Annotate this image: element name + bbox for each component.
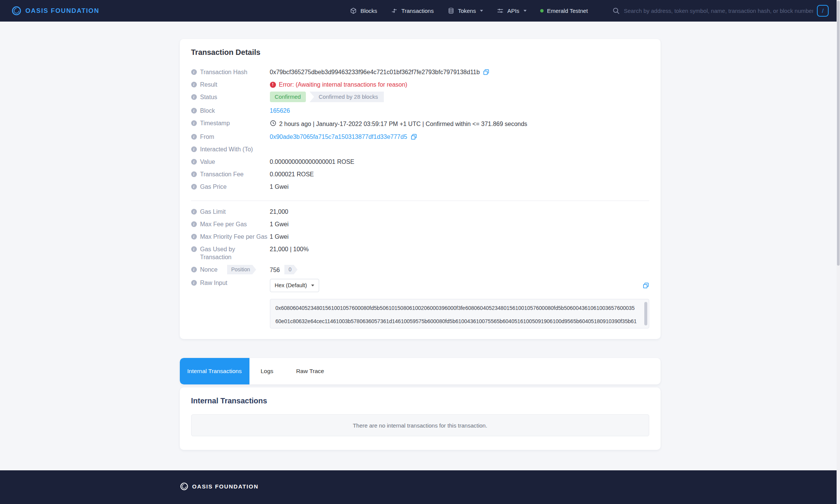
coins-icon — [447, 7, 455, 14]
tab-internal-transactions[interactable]: Internal Transactions — [180, 358, 249, 384]
row-label: Transaction Fee — [200, 170, 246, 178]
transaction-hash-value: 0x79bcf365275dbeb3d99463233f96e4c721c01b… — [270, 68, 480, 76]
gas-used-value: 21,000 | 100% — [270, 245, 649, 253]
info-icon[interactable]: i — [191, 146, 197, 152]
row-status: i Status Confirmed Confirmed by 28 block… — [191, 93, 649, 102]
raw-input-encoding-value: Hex (Default) — [275, 282, 307, 289]
from-address-link[interactable]: 0x90ade3b7065fa715c7a150313877df1d33e777… — [270, 133, 407, 141]
brand-logo[interactable]: OASIS FOUNDATION — [11, 6, 99, 16]
nav-item-network[interactable]: Emerald Testnet — [540, 8, 588, 14]
row-label: Interacted With (To) — [200, 145, 256, 153]
info-icon[interactable]: i — [191, 234, 197, 240]
error-icon: ! — [270, 82, 276, 88]
row-transaction-fee: i Transaction Fee 0.000021 ROSE — [191, 170, 649, 178]
info-icon[interactable]: i — [191, 267, 197, 272]
info-icon[interactable]: i — [191, 69, 197, 75]
row-gas-limit: i Gas Limit 21,000 — [191, 208, 649, 216]
nav-item-transactions[interactable]: Transactions — [391, 7, 433, 14]
row-label: Max Priority Fee per Gas — [200, 233, 270, 241]
result-error-text: Error: (Awaiting internal transactions f… — [279, 81, 407, 89]
clock-icon — [270, 120, 276, 128]
raw-input-encoding-select[interactable]: Hex (Default) — [270, 279, 319, 292]
tab-logs[interactable]: Logs — [249, 358, 285, 384]
footer-brand-logo[interactable]: OASIS FOUNDATION — [180, 482, 661, 491]
copy-from-address-button[interactable] — [411, 134, 417, 140]
info-icon[interactable]: i — [191, 209, 197, 215]
search-shortcut-key: / — [817, 5, 829, 17]
row-label: Nonce — [200, 266, 220, 274]
nav-item-label: Transactions — [401, 8, 433, 14]
row-label: Gas Price — [200, 183, 229, 191]
copy-raw-input-button[interactable] — [643, 282, 649, 289]
page-footer: OASIS FOUNDATION — [0, 470, 840, 504]
row-label: Value — [200, 158, 218, 166]
search-icon — [612, 7, 620, 15]
tab-raw-trace[interactable]: Raw Trace — [285, 358, 335, 384]
nav-item-blocks[interactable]: Blocks — [350, 7, 377, 14]
cube-icon — [350, 7, 357, 14]
chevron-down-icon — [524, 10, 527, 12]
row-label: Gas Limit — [200, 208, 228, 216]
sliders-icon — [497, 7, 504, 14]
position-value-badge: 0 — [284, 265, 298, 274]
page-title: Transaction Details — [191, 48, 649, 57]
network-status-dot — [540, 9, 544, 12]
row-result: i Result ! Error: (Awaiting internal tra… — [191, 81, 649, 89]
transaction-fee-value: 0.000021 ROSE — [270, 170, 649, 178]
info-icon[interactable]: i — [191, 82, 197, 87]
nav-item-apis[interactable]: APIs — [497, 7, 527, 14]
page-content: Transaction Details i Transaction Hash 0… — [180, 39, 661, 450]
copy-icon — [483, 69, 489, 75]
raw-input-scrollbar[interactable] — [644, 302, 647, 325]
row-label: Gas Used by Transaction — [200, 245, 270, 261]
copy-icon — [411, 134, 417, 140]
gas-limit-value: 21,000 — [270, 208, 649, 216]
nav-item-label: APIs — [507, 8, 519, 14]
info-icon[interactable]: i — [191, 159, 197, 165]
info-icon[interactable]: i — [191, 184, 197, 190]
copy-icon — [643, 282, 649, 289]
raw-input-textarea[interactable]: 0x608060405234801561001057600080fd5b5061… — [270, 299, 649, 328]
info-icon[interactable]: i — [191, 120, 197, 126]
copy-hash-button[interactable] — [483, 69, 489, 75]
row-label: Block — [200, 107, 217, 115]
raw-input-data: 0x608060405234801561001057600080fd5b5061… — [276, 305, 637, 328]
timestamp-value: 2 hours ago | January-17-2022 03:59:17 P… — [279, 120, 527, 128]
block-number-link[interactable]: 165626 — [270, 107, 290, 115]
transaction-details-card: Transaction Details i Transaction Hash 0… — [180, 39, 661, 339]
nav-item-label: Tokens — [458, 8, 476, 14]
gas-price-value: 1 Gwei — [270, 183, 649, 191]
chevron-down-icon — [311, 285, 314, 286]
search-input[interactable] — [624, 8, 813, 14]
info-icon[interactable]: i — [191, 134, 197, 140]
nav-item-label: Emerald Testnet — [547, 8, 588, 14]
value-amount: 0.000000000000000001 ROSE — [270, 158, 649, 166]
search-bar: / — [612, 5, 829, 17]
row-transaction-hash: i Transaction Hash 0x79bcf365275dbeb3d99… — [191, 68, 649, 76]
nav-item-tokens[interactable]: Tokens — [447, 7, 483, 14]
row-gas-used: i Gas Used by Transaction 21,000 | 100% — [191, 245, 649, 261]
page-scrollbar-track — [837, 0, 840, 504]
max-priority-fee-value: 1 Gwei — [270, 233, 649, 241]
row-max-fee: i Max Fee per Gas 1 Gwei — [191, 220, 649, 228]
exchange-arrows-icon — [391, 7, 398, 14]
info-icon[interactable]: i — [191, 108, 197, 114]
info-icon[interactable]: i — [191, 221, 197, 227]
page-scrollbar-thumb[interactable] — [837, 1, 840, 266]
row-nonce: i Nonce Position 756 0 — [191, 266, 649, 274]
info-icon[interactable]: i — [191, 246, 197, 252]
oasis-logo-icon — [11, 6, 22, 16]
chevron-down-icon — [480, 10, 483, 12]
brand-name: OASIS FOUNDATION — [25, 7, 99, 15]
row-value: i Value 0.000000000000000001 ROSE — [191, 158, 649, 166]
info-icon[interactable]: i — [191, 280, 197, 286]
info-icon[interactable]: i — [191, 171, 197, 177]
row-interacted-with: i Interacted With (To) — [191, 145, 649, 153]
row-label: Result — [200, 81, 220, 89]
oasis-logo-icon — [180, 482, 189, 491]
row-label: Raw Input — [200, 279, 230, 287]
info-icon[interactable]: i — [191, 94, 197, 100]
row-label: Timestamp — [200, 119, 232, 127]
row-block: i Block 165626 — [191, 107, 649, 115]
section-title: Internal Transactions — [191, 397, 649, 405]
